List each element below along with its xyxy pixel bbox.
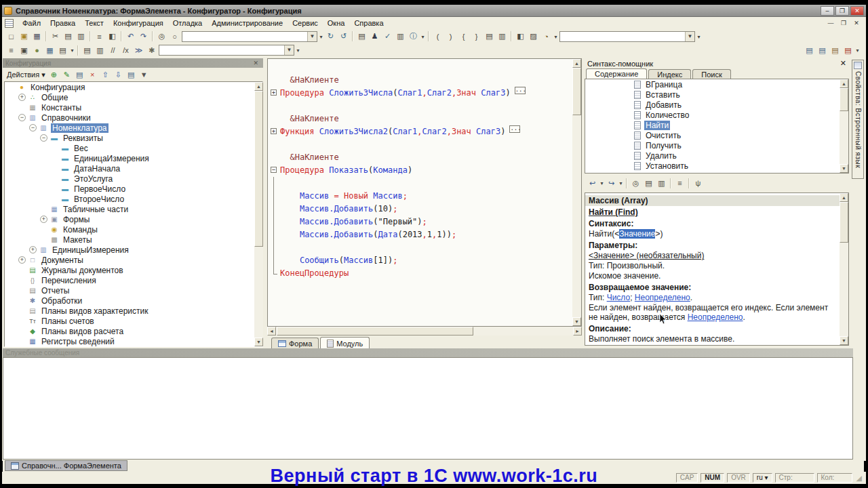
tab-contents[interactable]: Содержание — [586, 68, 647, 79]
doc-scrollbar[interactable]: ▲ ▼ — [840, 193, 848, 345]
tree-row[interactable]: ●Конфигурация — [5, 82, 262, 92]
print-button[interactable]: ≡ — [93, 30, 106, 42]
tree-row[interactable]: {}Перечисления — [5, 275, 262, 285]
tree-row[interactable]: ▬ЭтоУслуга — [5, 174, 262, 184]
mdi-close-button[interactable]: ✕ — [851, 19, 862, 28]
syntax-control-button[interactable]: ✓ — [381, 30, 394, 42]
tree-row[interactable]: +□Документы — [5, 255, 262, 265]
toolbar-combobox[interactable]: ▼ — [182, 31, 317, 42]
proc-end-button[interactable]: ) — [444, 30, 457, 42]
back-button[interactable]: ↩ — [586, 178, 599, 189]
code-editor[interactable]: &НаКлиенте+Процедура Сложить3Числа(Слаг1… — [267, 58, 582, 327]
module-text-button[interactable]: ▤ — [483, 30, 496, 42]
syntax-list-item[interactable]: Установить — [585, 161, 848, 171]
print-preview-button[interactable]: ◧ — [106, 30, 119, 42]
copy-item-button[interactable]: ▤ — [73, 69, 86, 81]
tree-toggle-icon[interactable]: + — [18, 94, 26, 101]
picture-button[interactable]: ▨ — [527, 30, 540, 42]
filter-button[interactable]: ▼ — [138, 69, 151, 81]
tree-row[interactable]: ▬Вес — [5, 143, 262, 153]
block-close-button[interactable]: } — [470, 30, 483, 42]
fold-toggle-icon[interactable]: + — [269, 125, 280, 138]
tree-row[interactable]: ▤Журналы документов — [5, 265, 262, 275]
new-window-button[interactable]: ▣ — [18, 45, 31, 56]
dropdown-arrow-icon[interactable]: ▾ — [295, 45, 301, 56]
syntax-helper-close-button[interactable]: ✕ — [840, 59, 846, 68]
properties-side-tab[interactable]: Свойства: Встроенный язык — [852, 60, 864, 179]
combo-dropdown-icon[interactable]: ▼ — [284, 45, 294, 55]
dropdown-arrow-icon[interactable]: ▾ — [318, 31, 324, 42]
tree-row[interactable]: ✱Обработки — [5, 296, 262, 306]
add-button[interactable]: ⊕ — [47, 69, 60, 81]
tree-row[interactable]: +▥ЕдиницыИзмерения — [5, 245, 262, 255]
table-button[interactable]: ▦ — [43, 45, 56, 56]
menu-текст[interactable]: Текст — [80, 18, 108, 28]
open-file-button[interactable]: ▣ — [18, 30, 31, 42]
menu-окна[interactable]: Окна — [323, 18, 350, 28]
menu-администрирование[interactable]: Администрирование — [207, 18, 288, 28]
tree-toggle-icon[interactable]: + — [18, 256, 26, 264]
syntax-list-item[interactable]: Найти — [585, 120, 848, 130]
print-topic-button[interactable]: ≡ — [673, 178, 686, 189]
check-modules-button[interactable]: ↺ — [337, 30, 350, 42]
tree-row[interactable]: −▬Реквизиты — [5, 133, 262, 143]
grab-button[interactable]: ψ — [692, 178, 705, 189]
find-in-topic-button[interactable]: ◎ — [629, 178, 642, 189]
cut-button[interactable]: ✂ — [49, 30, 62, 42]
tree-toggle-icon[interactable]: + — [29, 246, 37, 253]
prev-topic-button[interactable]: ▤ — [642, 178, 655, 189]
tree-row[interactable]: ▦Константы — [5, 102, 262, 113]
find-button[interactable]: ◎ — [155, 30, 168, 42]
syntax-list-item[interactable]: Добавить — [585, 100, 848, 110]
fold-minus-icon[interactable]: − — [271, 167, 277, 173]
editor-vscrollbar[interactable]: ▲ ▼ — [572, 59, 581, 326]
copy-fragment-button[interactable]: ▤ — [355, 30, 368, 42]
tree-row[interactable]: ◆Планы видов расчета — [5, 326, 262, 336]
bookmark-prev-button[interactable]: ▤ — [816, 45, 829, 56]
syntax-list-item[interactable]: ВГраница — [585, 79, 848, 89]
dropdown-arrow-icon[interactable]: ▾ — [553, 31, 559, 42]
maximize-button[interactable]: ❐ — [835, 6, 849, 16]
bookmark-next-button[interactable]: ▤ — [803, 45, 816, 56]
tree-row[interactable]: ТтПланы счетов — [5, 316, 262, 326]
uncomment-button[interactable]: /x — [119, 45, 132, 56]
split-window-button[interactable]: ◧ — [514, 30, 527, 42]
tree-row[interactable]: ▦Табличные части — [5, 204, 262, 214]
dropdown-arrow-icon[interactable]: ▾ — [599, 178, 605, 188]
dropdown-arrow-icon[interactable]: ▾ — [854, 45, 861, 56]
block-open-button[interactable]: { — [457, 30, 470, 42]
doc-link[interactable]: Неопределено — [635, 293, 690, 302]
mdi-minimize-button[interactable]: — — [825, 19, 836, 28]
tree-row[interactable]: −▥Справочники — [5, 113, 262, 123]
tree-row[interactable]: ▬ПервоеЧисло — [5, 184, 262, 194]
syntax-list-item[interactable]: Удалить — [585, 150, 848, 161]
move-down-button[interactable]: ⇩ — [112, 69, 125, 81]
dropdown-arrow-icon[interactable]: ▾ — [618, 178, 624, 188]
tab-search[interactable]: Поиск — [692, 69, 730, 79]
editor-hscrollbar[interactable]: ◄ ► — [267, 327, 582, 336]
fold-plus-icon[interactable]: + — [271, 128, 277, 134]
templates-button[interactable]: ▥ — [394, 30, 407, 42]
info-button[interactable]: ⓘ — [407, 30, 420, 42]
check-syntax-button[interactable]: ↻ — [324, 30, 337, 42]
tab-module[interactable]: Модуль — [320, 337, 370, 349]
minimize-button[interactable]: – — [821, 6, 834, 16]
forward-button[interactable]: ↪ — [605, 178, 618, 189]
menu-правка[interactable]: Правка — [45, 18, 80, 28]
tree-toggle-icon[interactable]: − — [18, 114, 26, 121]
module-list-button[interactable]: ≡ — [5, 45, 18, 56]
syntax-list-item[interactable]: Получить — [585, 140, 848, 150]
edit-button[interactable]: ✎ — [60, 69, 73, 81]
menu-справка[interactable]: Справка — [349, 18, 388, 28]
database-button[interactable]: ● — [31, 45, 43, 56]
fold-toggle-icon[interactable]: − — [269, 164, 280, 177]
menu-конфигурация[interactable]: Конфигурация — [108, 18, 168, 28]
mdi-restore-button[interactable]: ❐ — [838, 19, 849, 28]
redo-button[interactable]: ↷ — [137, 30, 150, 42]
next-topic-button[interactable]: ▥ — [655, 178, 668, 189]
dropdown-arrow-icon[interactable]: ▾ — [69, 45, 75, 56]
move-up-button[interactable]: ⇧ — [99, 69, 112, 81]
tab-index[interactable]: Индекс — [648, 69, 691, 79]
copy-button[interactable]: ▤ — [62, 30, 75, 42]
new-file-button[interactable]: □ — [5, 30, 18, 42]
